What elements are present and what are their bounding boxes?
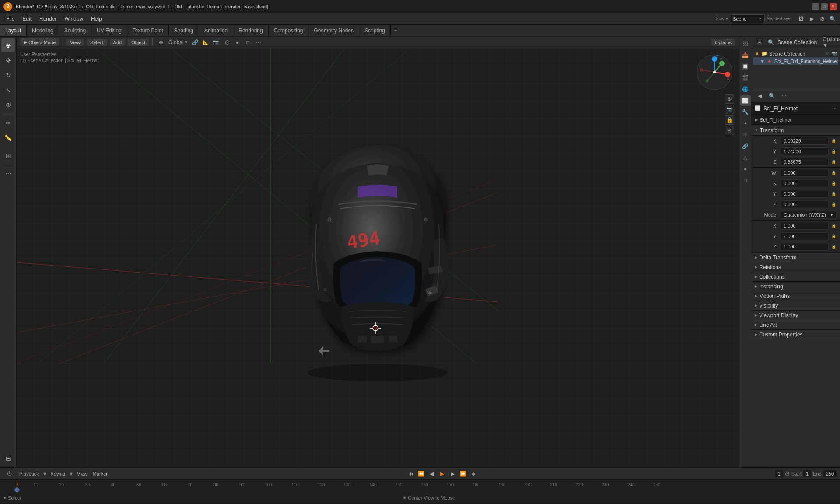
menu-help[interactable]: Help: [88, 14, 105, 23]
timeline-ruler[interactable]: 1 10 20 30 40 50 60 70 80 90 100 110 120…: [0, 480, 840, 492]
start-frame-display[interactable]: 1: [803, 470, 811, 477]
object-menu[interactable]: Object: [128, 39, 149, 46]
visibility-section[interactable]: ▶ Visibility: [751, 301, 840, 311]
props-viewlayer-tab[interactable]: 🔲: [740, 61, 751, 72]
tool-rotate[interactable]: ↻: [1, 68, 15, 82]
location-y-lock[interactable]: 🔒: [830, 148, 836, 154]
end-frame-display[interactable]: 250: [823, 470, 836, 477]
location-x-field[interactable]: 0.00229: [780, 137, 829, 145]
viewport-overlay-btn[interactable]: ⬡: [222, 38, 232, 47]
view-menu[interactable]: View: [66, 39, 84, 46]
tab-layout[interactable]: Layout: [0, 24, 27, 36]
viewport-canvas[interactable]: User Perspective (1) Scene Collection | …: [17, 48, 738, 467]
rotation-mode-dropdown[interactable]: Quaternion (WXYZ) ▼: [780, 211, 836, 219]
scene-selector[interactable]: Scene▼: [730, 14, 765, 23]
props-search-btn[interactable]: 🔍: [767, 91, 777, 101]
play-btn[interactable]: ▶: [438, 469, 447, 478]
outliner-item-helmet[interactable]: ▼ 🔺 Sci_Fi_Old_Futuristic_Helmet ⊟ 👁 📷: [753, 57, 838, 65]
tab-compositing[interactable]: Compositing: [269, 24, 309, 36]
tool-add[interactable]: ⊞: [1, 149, 15, 163]
select-menu[interactable]: Select: [87, 39, 107, 46]
outliner-item-scene-collection[interactable]: ▼ 📁 Scene Collection 👁 📷: [753, 50, 838, 57]
rotation-z-field[interactable]: 0.000: [780, 200, 829, 208]
props-object-tab[interactable]: ⬜: [740, 95, 751, 106]
jump-to-end-btn[interactable]: ⏭: [469, 469, 478, 478]
scale-y-lock[interactable]: 🔒: [830, 233, 836, 239]
tab-modeling[interactable]: Modeling: [27, 24, 59, 36]
props-expand-btn[interactable]: ⋯: [832, 106, 836, 111]
tab-rendering[interactable]: Rendering: [233, 24, 268, 36]
jump-to-start-btn[interactable]: ⏮: [406, 469, 415, 478]
menu-window[interactable]: Window: [61, 14, 87, 23]
rotation-x-field[interactable]: 0.000: [780, 179, 829, 187]
properties-panel[interactable]: ▼ Transform X 0.00229 🔒 Y: [751, 125, 840, 467]
rotation-x-lock[interactable]: 🔒: [830, 180, 836, 186]
marker-btn[interactable]: Marker: [91, 471, 109, 476]
viewport-icon-4[interactable]: 📷: [212, 38, 221, 47]
relations-section[interactable]: ▶ Relations: [751, 262, 840, 272]
gizmo-widget[interactable]: Y X Z: [695, 52, 734, 92]
viewport-shader-btn[interactable]: ●: [233, 38, 242, 47]
zoom-to-fit-btn[interactable]: ⊕: [724, 94, 734, 104]
tab-sculpting[interactable]: Sculpting: [59, 24, 91, 36]
tab-uv-editing[interactable]: UV Editing: [91, 24, 127, 36]
props-output-tab[interactable]: 📤: [740, 50, 751, 60]
camera-view-btn[interactable]: 📷: [724, 105, 734, 114]
prefs-btn[interactable]: ⚙: [817, 14, 827, 24]
rotation-z-lock[interactable]: 🔒: [830, 201, 836, 207]
tab-geometry-nodes[interactable]: Geometry Nodes: [308, 24, 359, 36]
collections-section[interactable]: ▶ Collections: [751, 272, 840, 282]
add-workspace-button[interactable]: +: [391, 26, 401, 35]
location-z-lock[interactable]: 🔒: [830, 159, 836, 165]
minimize-button[interactable]: ─: [812, 3, 819, 10]
props-render-tab[interactable]: 🖼: [740, 38, 751, 49]
grid-btn[interactable]: ⊟: [724, 126, 734, 135]
close-button[interactable]: ✕: [830, 3, 836, 10]
add-menu[interactable]: Add: [110, 39, 126, 46]
tool-move[interactable]: ✥: [1, 53, 15, 67]
line-art-section[interactable]: ▶ Line Art: [751, 320, 840, 330]
global-selector[interactable]: Global ▼: [167, 38, 190, 47]
tool-annotate[interactable]: ✏: [1, 116, 15, 130]
props-world-tab[interactable]: 🌐: [740, 84, 751, 94]
tool-scale[interactable]: ⤡: [1, 83, 15, 97]
outliner-options-btn[interactable]: Options ▼: [827, 38, 836, 47]
tool-options[interactable]: ⋯: [1, 167, 15, 181]
delta-transform-section[interactable]: ▶ Delta Transform: [751, 253, 840, 262]
timeline-icon[interactable]: ⏱: [4, 468, 16, 480]
playback-btn[interactable]: Playback: [18, 471, 41, 476]
motion-paths-section[interactable]: ▶ Motion Paths: [751, 291, 840, 301]
instancing-section[interactable]: ▶ Instancing: [751, 282, 840, 291]
props-material-tab[interactable]: ●: [740, 164, 751, 174]
tool-measure[interactable]: 📏: [1, 131, 15, 145]
tab-animation[interactable]: Animation: [199, 24, 233, 36]
viewport-icon-1[interactable]: ⊕: [156, 38, 166, 47]
render-engine-btn[interactable]: 🖼: [796, 14, 806, 24]
scale-y-field[interactable]: 1.000: [780, 232, 829, 240]
current-frame-display[interactable]: 1: [775, 470, 783, 477]
tool-cursor[interactable]: ⊕: [1, 38, 15, 52]
next-keyframe-btn[interactable]: ⏩: [459, 469, 468, 478]
object-name-field[interactable]: ⬜ Sci_Fi_Helmet ⋯: [751, 102, 840, 115]
tab-texture-paint[interactable]: Texture Paint: [127, 24, 169, 36]
prev-keyframe-btn[interactable]: ⏪: [417, 469, 426, 478]
rotation-w-lock[interactable]: 🔒: [830, 170, 836, 176]
rotation-y-lock[interactable]: 🔒: [830, 191, 836, 197]
viewport-icon-6[interactable]: ⋯: [254, 38, 263, 47]
keying-btn[interactable]: Keying: [49, 471, 67, 476]
scale-x-lock[interactable]: 🔒: [830, 223, 836, 229]
mode-selector[interactable]: ▶ Object Mode: [20, 38, 59, 46]
location-z-field[interactable]: 0.33675: [780, 158, 829, 166]
location-y-field[interactable]: 1.74300: [780, 147, 829, 155]
custom-properties-section[interactable]: ▶ Custom Properties: [751, 330, 840, 340]
props-particles-tab[interactable]: ✦: [740, 118, 751, 129]
transform-section-header[interactable]: ▼ Transform: [751, 125, 840, 136]
lock-view-btn[interactable]: 🔒: [724, 115, 734, 125]
search-btn[interactable]: 🔍: [828, 14, 837, 24]
props-constraints-tab[interactable]: 🔗: [740, 141, 751, 151]
rotation-w-field[interactable]: 1.000: [780, 169, 829, 177]
viewport-icon-3[interactable]: 📐: [201, 38, 211, 47]
scale-z-field[interactable]: 1.000: [780, 243, 829, 251]
step-forward-btn[interactable]: ▶: [448, 469, 457, 478]
outliner-search-btn[interactable]: 🔍: [766, 38, 776, 47]
